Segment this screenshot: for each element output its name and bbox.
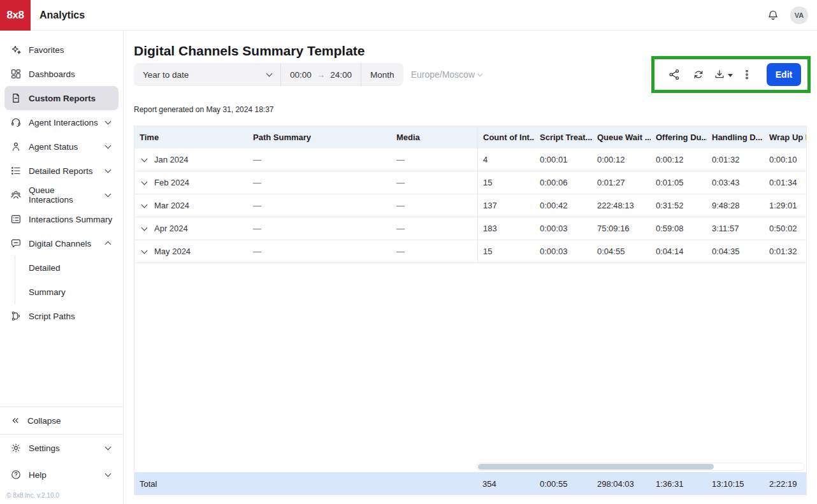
table-header-row: Time Path Summary Media Count of Int... … <box>134 126 806 148</box>
scrollbar-thumb[interactable] <box>478 464 714 470</box>
time-range-selector[interactable]: 00:00 → 24:00 <box>281 63 361 86</box>
count-cell: 15 <box>477 240 535 263</box>
column-header-handling-duration[interactable]: Handling D... <box>707 133 764 142</box>
column-header-path-summary[interactable]: Path Summary <box>248 133 391 142</box>
download-icon <box>713 68 726 81</box>
sidebar-item-label: Dashboards <box>29 69 75 79</box>
person-icon <box>10 141 22 152</box>
sidebar-item-interactions-summary[interactable]: Interactions Summary <box>4 207 119 231</box>
handling-duration-cell: 3:11:57 <box>707 224 764 233</box>
version-text: © 8x8 Inc. v.2.10.0 <box>0 488 123 504</box>
date-range-dropdown[interactable]: Year to date <box>134 63 280 86</box>
sidebar-item-dashboards[interactable]: Dashboards <box>4 62 119 86</box>
summary-card-icon <box>10 213 22 225</box>
wrap-up-cell: 0:50:02 <box>764 224 806 233</box>
horizontal-scrollbar <box>134 462 806 472</box>
chevron-down-icon <box>105 119 112 125</box>
row-expand-button[interactable] <box>140 247 148 256</box>
sidebar-item-agent-interactions[interactable]: Agent Interactions <box>4 110 119 134</box>
sidebar-item-favorites[interactable]: Favorites <box>4 38 119 62</box>
chevron-down-icon <box>105 444 112 450</box>
table-row: Apr 2024 — — 183 0:00:03 75:09:16 0:59:0… <box>134 217 806 240</box>
refresh-button[interactable] <box>688 64 709 85</box>
queue-wait-cell: 0:00:12 <box>592 155 651 164</box>
granularity-selector[interactable]: Month <box>361 63 403 86</box>
sidebar-item-label: Summary <box>29 287 66 297</box>
sidebar-item-label: Detailed <box>29 263 61 273</box>
timezone-selector[interactable]: Europe/Moscow <box>411 69 482 80</box>
chevron-down-icon <box>141 224 147 231</box>
sidebar-item-custom-reports[interactable]: Custom Reports <box>4 86 119 110</box>
sidebar-item-detailed[interactable]: Detailed <box>15 256 123 280</box>
8x8-logo: 8x8 <box>0 0 31 31</box>
table-row: May 2024 — — 15 0:00:03 0:04:55 0:04:14 … <box>134 240 806 263</box>
sidebar-item-script-paths[interactable]: Script Paths <box>4 304 119 328</box>
edit-button[interactable]: Edit <box>767 63 801 86</box>
column-header-media[interactable]: Media <box>391 133 477 142</box>
sidebar-item-help[interactable]: Help <box>4 461 119 488</box>
row-expand-button[interactable] <box>140 178 148 187</box>
sidebar-item-detailed-reports[interactable]: Detailed Reports <box>4 159 119 183</box>
sidebar-item-label: Custom Reports <box>29 94 96 103</box>
row-expand-button[interactable] <box>140 224 148 233</box>
script-treatment-cell: 0:00:01 <box>535 155 592 164</box>
script-treatment-cell: 0:00:03 <box>535 224 592 233</box>
help-icon <box>10 469 22 480</box>
wrap-up-cell: 0:01:34 <box>764 178 806 187</box>
column-header-script-treatment[interactable]: Script Treat... <box>535 133 592 142</box>
notifications-bell-button[interactable] <box>765 7 781 24</box>
headset-icon <box>10 117 22 128</box>
sidebar-item-agent-status[interactable]: Agent Status <box>4 134 119 159</box>
sidebar-item-label: Detailed Reports <box>29 166 93 176</box>
top-bar-right: VA <box>765 6 817 24</box>
sidebar-item-label: Agent Status <box>29 142 78 152</box>
wrap-up-cell: 0:00:10 <box>764 155 806 164</box>
offering-duration-cell: 0:59:08 <box>651 224 707 233</box>
total-queue-wait: 298:04:03 <box>592 479 651 489</box>
row-time-label: Feb 2024 <box>154 178 189 187</box>
handling-duration-cell: 9:48:28 <box>707 201 764 210</box>
toolbar-highlight-annotation: Edit <box>651 56 811 93</box>
column-header-offering-duration[interactable]: Offering Du... <box>651 133 707 142</box>
column-header-wrap-up[interactable]: Wrap Up D... <box>764 133 806 142</box>
chevron-down-icon <box>141 178 147 185</box>
more-options-button[interactable] <box>736 64 758 85</box>
row-expand-button[interactable] <box>140 155 148 164</box>
column-header-queue-wait[interactable]: Queue Wait ... <box>592 133 651 142</box>
column-header-time[interactable]: Time <box>134 133 248 142</box>
path-summary-cell: — <box>248 201 391 210</box>
media-cell: — <box>391 201 477 210</box>
people-icon <box>10 189 22 201</box>
collapse-label: Collapse <box>27 416 61 426</box>
chevron-down-icon <box>266 71 273 77</box>
row-time-label: Mar 2024 <box>154 201 189 210</box>
sidebar-item-label: Digital Channels <box>29 239 91 248</box>
chevron-down-icon <box>105 191 112 198</box>
handling-duration-cell: 0:03:43 <box>707 178 764 187</box>
table-row: Mar 2024 — — 137 0:00:42 222:48:13 0:31:… <box>134 194 806 217</box>
chat-bubble-icon <box>10 238 22 249</box>
time-cell: Feb 2024 <box>134 178 248 187</box>
sidebar-item-digital-channels[interactable]: Digital Channels <box>4 231 119 256</box>
user-avatar[interactable]: VA <box>790 6 808 24</box>
count-cell: 4 <box>477 148 535 171</box>
download-button[interactable] <box>712 64 734 85</box>
share-button[interactable] <box>663 64 685 85</box>
sidebar-item-settings[interactable]: Settings <box>4 435 119 461</box>
queue-wait-cell: 0:01:27 <box>592 178 651 187</box>
table-row: Jan 2024 — — 4 0:00:01 0:00:12 0:00:12 0… <box>134 148 806 171</box>
sparkle-icon <box>10 44 22 55</box>
filter-bar: Year to date 00:00 → 24:00 Month <box>134 63 403 86</box>
date-range-value: Year to date <box>143 70 189 80</box>
chevron-down-icon <box>477 71 482 76</box>
granularity-value: Month <box>370 70 394 80</box>
column-header-count[interactable]: Count of Int... <box>477 126 535 148</box>
sidebar: Favorites Dashboards <box>0 31 124 504</box>
scrollbar-track[interactable] <box>477 463 805 471</box>
sidebar-item-queue-interactions[interactable]: Queue Interactions <box>4 183 119 207</box>
row-expand-button[interactable] <box>140 201 148 210</box>
collapse-sidebar-button[interactable]: Collapse <box>4 407 119 434</box>
table-total-row: Total 354 0:00:55 298:04:03 1:36:31 13:1… <box>134 472 806 495</box>
sidebar-item-summary[interactable]: Summary <box>15 280 123 304</box>
sidebar-nav: Favorites Dashboards <box>0 31 123 328</box>
